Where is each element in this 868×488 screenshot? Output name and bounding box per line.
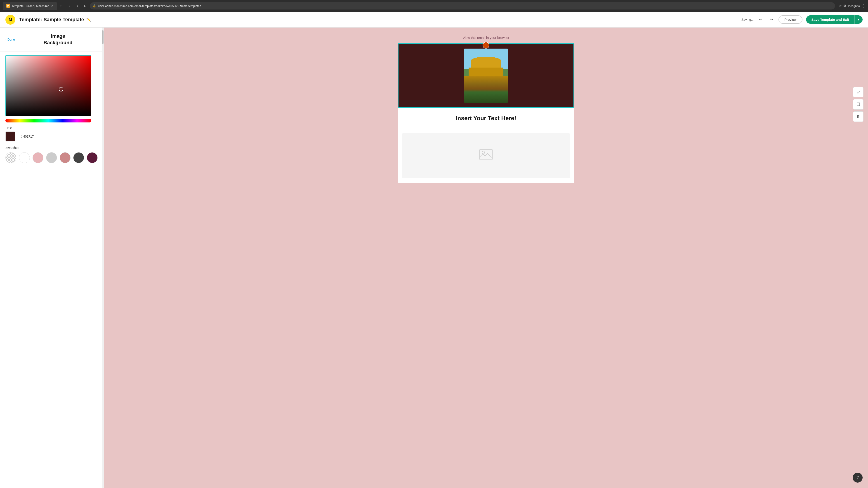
hex-input-field[interactable] xyxy=(18,133,49,140)
undo-button[interactable]: ↩ xyxy=(757,16,764,23)
template-title-group: Template: Sample Template ✏️ xyxy=(19,17,738,23)
template-title: Template: Sample Template xyxy=(19,17,84,23)
nav-controls: ‹ › ↻ xyxy=(66,3,88,9)
panel-title: Image Background xyxy=(18,33,98,46)
redo-button[interactable]: ↪ xyxy=(768,16,775,23)
back-arrow-icon: ‹ xyxy=(5,38,6,41)
edit-title-icon[interactable]: ✏️ xyxy=(86,18,91,22)
help-icon: ? xyxy=(857,475,859,480)
copy-icon: ❐ xyxy=(857,102,860,107)
temple-image xyxy=(464,48,508,103)
incognito-label: Incognito xyxy=(848,4,860,8)
delete-icon: 🗑 xyxy=(856,114,860,119)
warning-badge: ! xyxy=(483,42,489,48)
lock-icon: 🔒 xyxy=(93,4,96,7)
back-label: Done xyxy=(7,38,15,41)
email-preview: View this email in your browser ! Insert… xyxy=(398,32,574,183)
scrollbar-thumb xyxy=(102,30,103,44)
delete-tool-button[interactable]: 🗑 xyxy=(853,111,864,122)
panel-header: ‹ Done Image Background xyxy=(0,28,104,52)
main-layout: ‹ Done Image Background Hex: xyxy=(0,28,868,488)
hex-input-group xyxy=(5,131,98,141)
swatch-light-gray[interactable] xyxy=(46,152,57,163)
swatch-white[interactable] xyxy=(19,152,30,163)
swatch-transparent[interactable] xyxy=(5,152,16,163)
new-tab-button[interactable]: + xyxy=(59,3,63,9)
color-gradient-picker[interactable] xyxy=(5,55,91,116)
app-header: M Template: Sample Template ✏️ Saving...… xyxy=(0,12,868,28)
text-block: Insert Your Text Here! xyxy=(398,108,574,129)
move-icon: ⤢ xyxy=(857,90,860,95)
view-email-link[interactable]: View this email in your browser xyxy=(463,36,509,39)
swatch-light-pink[interactable] xyxy=(33,152,43,163)
save-template-button[interactable]: Save Template and Exit xyxy=(806,15,855,24)
svg-text:M: M xyxy=(9,18,12,22)
email-image-block[interactable]: ! xyxy=(398,43,574,108)
swatches-grid xyxy=(5,152,98,163)
swatches-section: Swatches xyxy=(5,146,98,163)
copy-tool-button[interactable]: ❐ xyxy=(853,99,864,109)
address-bar[interactable]: 🔒 us21.admin.mailchimp.com/email/templat… xyxy=(90,2,835,9)
help-button[interactable]: ? xyxy=(852,473,863,483)
hex-color-swatch xyxy=(5,131,16,141)
image-placeholder xyxy=(402,133,569,178)
warning-icon: ! xyxy=(485,43,487,47)
tab-title: Template Builder | Mailchimp xyxy=(12,4,49,8)
move-tool-button[interactable]: ⤢ xyxy=(853,87,864,97)
save-dropdown-button[interactable]: ▾ xyxy=(855,15,863,24)
browser-actions: ☆ ⧉ Incognito ⋮ xyxy=(839,4,865,8)
text-block-heading: Insert Your Text Here! xyxy=(402,115,569,122)
canvas-area[interactable]: View this email in your browser ! Insert… xyxy=(104,28,868,488)
window-icon[interactable]: ⧉ xyxy=(844,4,846,8)
image-placeholder-icon xyxy=(479,149,493,163)
close-tab-button[interactable]: ✕ xyxy=(51,4,53,7)
panel-scrollbar[interactable] xyxy=(102,28,104,488)
svg-rect-2 xyxy=(480,149,492,160)
tab-favicon: M xyxy=(6,4,10,8)
image-placeholder-block xyxy=(398,129,574,183)
svg-point-3 xyxy=(482,151,485,154)
forward-nav-button[interactable]: › xyxy=(74,3,81,9)
swatches-label: Swatches xyxy=(5,146,98,150)
swatch-dark-purple[interactable] xyxy=(87,152,98,163)
canvas-tools: ⤢ ❐ 🗑 xyxy=(853,87,864,122)
header-actions: Saving... ↩ ↪ Preview Save Template and … xyxy=(741,15,863,24)
preview-button[interactable]: Preview xyxy=(778,15,802,24)
left-panel: ‹ Done Image Background Hex: xyxy=(0,28,104,488)
more-options-icon[interactable]: ⋮ xyxy=(862,4,865,8)
save-btn-group: Save Template and Exit ▾ xyxy=(806,15,863,24)
back-button[interactable]: ‹ Done xyxy=(5,38,15,41)
hue-slider-wrapper xyxy=(5,119,91,123)
swatch-dark-gray[interactable] xyxy=(73,152,84,163)
color-cursor[interactable] xyxy=(59,87,63,92)
star-icon[interactable]: ☆ xyxy=(839,4,842,8)
browser-chrome: M Template Builder | Mailchimp ✕ + ‹ › ↻… xyxy=(0,0,868,12)
mailchimp-logo: M xyxy=(5,15,16,25)
swatch-muted-rose[interactable] xyxy=(60,152,70,163)
refresh-nav-button[interactable]: ↻ xyxy=(82,3,88,9)
color-picker-area: Hex: Swatches xyxy=(0,52,104,488)
hex-section: Hex: xyxy=(5,126,98,141)
hue-slider[interactable] xyxy=(5,119,91,123)
saving-status: Saving... xyxy=(741,18,754,22)
back-nav-button[interactable]: ‹ xyxy=(66,3,73,9)
chevron-down-icon: ▾ xyxy=(858,18,860,21)
url-text: us21.admin.mailchimp.com/email/templates… xyxy=(98,4,201,8)
hex-label: Hex: xyxy=(5,126,98,130)
browser-tab[interactable]: M Template Builder | Mailchimp ✕ xyxy=(3,2,57,10)
